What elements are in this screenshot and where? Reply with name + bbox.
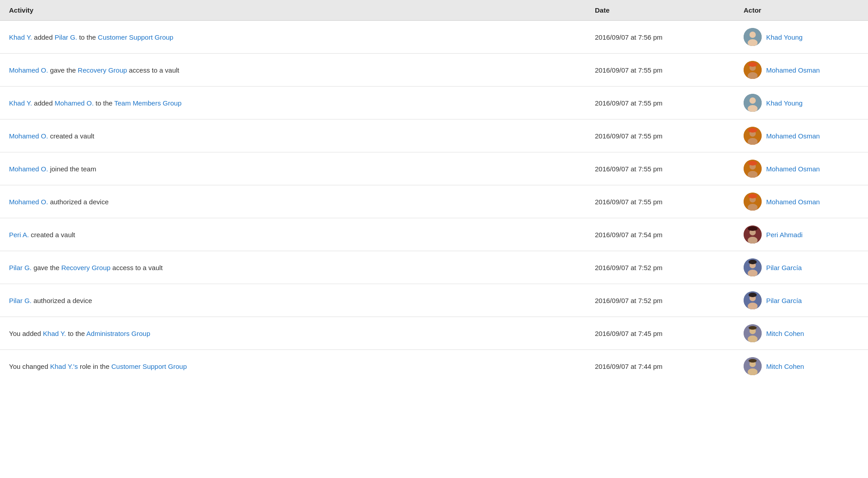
avatar <box>744 193 762 211</box>
activity-cell: Peri A. created a vault <box>0 218 586 251</box>
table-row: You changed Khad Y.'s role in the Custom… <box>0 350 868 383</box>
date-cell: 2016/09/07 at 7:52 pm <box>586 284 735 317</box>
table-row: Pilar G. authorized a device2016/09/07 a… <box>0 284 868 317</box>
actor-cell: Pilar García <box>735 284 868 317</box>
activity-text: created a vault <box>29 231 75 239</box>
activity-link[interactable]: Khad Y. <box>9 33 32 41</box>
activity-cell: You changed Khad Y.'s role in the Custom… <box>0 350 586 383</box>
avatar <box>744 324 762 342</box>
activity-text: gave the <box>48 66 78 74</box>
svg-point-21 <box>748 194 757 198</box>
activity-link[interactable]: Administrators Group <box>87 330 151 337</box>
activity-text: role in the <box>78 363 111 370</box>
actor-link[interactable]: Mohamed Osman <box>766 165 820 173</box>
activity-text: added <box>32 99 55 107</box>
actor-link[interactable]: Khad Young <box>766 99 803 107</box>
activity-text: authorized a device <box>48 198 109 206</box>
svg-point-25 <box>748 226 758 231</box>
activity-text: access to a vault <box>127 66 179 74</box>
activity-link[interactable]: Mohamed O. <box>9 165 48 173</box>
table-row: Peri A. created a vault2016/09/07 at 7:5… <box>0 218 868 251</box>
actor-cell: Mitch Cohen <box>735 317 868 350</box>
activity-cell: Mohamed O. gave the Recovery Group acces… <box>0 54 586 87</box>
actor-cell: Khad Young <box>735 87 868 120</box>
activity-text: to the <box>94 99 114 107</box>
actor-cell: Khad Young <box>735 21 868 54</box>
actor-link[interactable]: Mohamed Osman <box>766 66 820 74</box>
svg-point-37 <box>749 326 757 330</box>
table-row: You added Khad Y. to the Administrators … <box>0 317 868 350</box>
date-cell: 2016/09/07 at 7:55 pm <box>586 185 735 218</box>
svg-point-41 <box>749 359 757 363</box>
actor-column-header: Actor <box>735 0 868 21</box>
activity-link[interactable]: Khad Y. <box>43 330 66 337</box>
activity-link[interactable]: Pilar G. <box>55 33 77 41</box>
table-row: Khad Y. added Pilar G. to the Customer S… <box>0 21 868 54</box>
date-cell: 2016/09/07 at 7:45 pm <box>586 317 735 350</box>
activity-link[interactable]: Pilar G. <box>9 297 32 304</box>
table-row: Pilar G. gave the Recovery Group access … <box>0 251 868 284</box>
activity-text: gave the <box>32 264 61 271</box>
activity-text: to the <box>77 33 98 41</box>
activity-table: Activity Date Actor Khad Y. added Pilar … <box>0 0 868 382</box>
avatar <box>744 28 762 46</box>
svg-point-6 <box>748 62 757 67</box>
activity-link[interactable]: Recovery Group <box>61 264 110 271</box>
activity-link[interactable]: Customer Support Group <box>98 33 174 41</box>
activity-link[interactable]: Pilar G. <box>9 264 32 271</box>
activity-text: authorized a device <box>32 297 92 304</box>
avatar <box>744 258 762 276</box>
date-cell: 2016/09/07 at 7:44 pm <box>586 350 735 383</box>
table-row: Mohamed O. joined the team2016/09/07 at … <box>0 152 868 185</box>
actor-link[interactable]: Peri Ahmadi <box>766 231 803 239</box>
activity-cell: Mohamed O. authorized a device <box>0 185 586 218</box>
activity-text: added <box>32 33 55 41</box>
actor-cell: Peri Ahmadi <box>735 218 868 251</box>
activity-link[interactable]: Khad Y. <box>9 99 32 107</box>
avatar <box>744 61 762 79</box>
activity-cell: Pilar G. gave the Recovery Group access … <box>0 251 586 284</box>
actor-link[interactable]: Pilar García <box>766 297 802 304</box>
avatar <box>744 160 762 178</box>
table-row: Mohamed O. created a vault2016/09/07 at … <box>0 120 868 152</box>
actor-cell: Pilar García <box>735 251 868 284</box>
actor-link[interactable]: Mohamed Osman <box>766 198 820 206</box>
actor-link[interactable]: Khad Young <box>766 33 803 41</box>
activity-link[interactable]: Customer Support Group <box>111 363 187 370</box>
activity-link[interactable]: Recovery Group <box>78 66 127 74</box>
svg-point-8 <box>749 97 756 104</box>
activity-link[interactable]: Mohamed O. <box>9 132 48 140</box>
activity-cell: Mohamed O. joined the team <box>0 152 586 185</box>
date-cell: 2016/09/07 at 7:54 pm <box>586 218 735 251</box>
table-header-row: Activity Date Actor <box>0 0 868 21</box>
activity-text: to the <box>66 330 87 337</box>
activity-cell: Khad Y. added Mohamed O. to the Team Mem… <box>0 87 586 120</box>
actor-link[interactable]: Mitch Cohen <box>766 363 804 370</box>
activity-link[interactable]: Khad Y.'s <box>50 363 78 370</box>
svg-point-1 <box>749 32 756 38</box>
actor-link[interactable]: Mohamed Osman <box>766 132 820 140</box>
actor-cell: Mitch Cohen <box>735 350 868 383</box>
actor-link[interactable]: Mitch Cohen <box>766 330 804 337</box>
activity-link[interactable]: Mohamed O. <box>9 198 48 206</box>
activity-text: You added <box>9 330 43 337</box>
activity-link[interactable]: Mohamed O. <box>9 66 48 74</box>
activity-link[interactable]: Mohamed O. <box>55 99 94 107</box>
activity-link[interactable]: Peri A. <box>9 231 29 239</box>
activity-text: joined the team <box>48 165 96 173</box>
avatar <box>744 127 762 145</box>
table-row: Khad Y. added Mohamed O. to the Team Mem… <box>0 87 868 120</box>
date-cell: 2016/09/07 at 7:55 pm <box>586 54 735 87</box>
svg-point-33 <box>749 293 757 297</box>
actor-link[interactable]: Pilar García <box>766 264 802 271</box>
date-column-header: Date <box>586 0 735 21</box>
activity-link[interactable]: Team Members Group <box>114 99 182 107</box>
activity-column-header: Activity <box>0 0 586 21</box>
avatar <box>744 225 762 244</box>
activity-cell: Mohamed O. created a vault <box>0 120 586 152</box>
date-cell: 2016/09/07 at 7:55 pm <box>586 152 735 185</box>
date-cell: 2016/09/07 at 7:52 pm <box>586 251 735 284</box>
activity-cell: You added Khad Y. to the Administrators … <box>0 317 586 350</box>
svg-point-29 <box>749 260 757 264</box>
avatar <box>744 291 762 309</box>
